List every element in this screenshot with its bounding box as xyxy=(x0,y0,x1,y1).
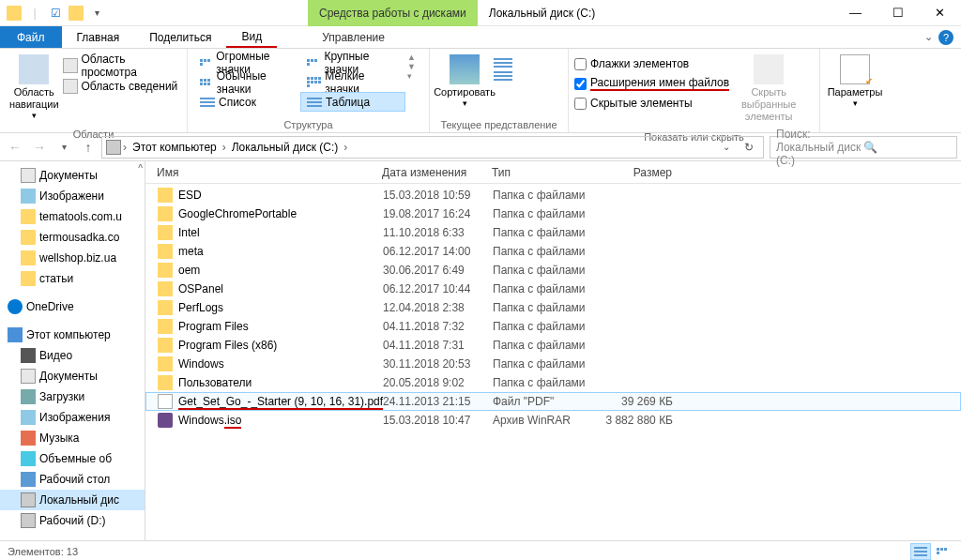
layout-small-icons[interactable]: Мелкие значки xyxy=(300,72,405,92)
table-row[interactable]: Intel11.10.2018 6:33Папка с файлами xyxy=(145,223,961,242)
table-row[interactable]: Windows.iso15.03.2018 10:47Архив WinRAR3… xyxy=(145,411,961,430)
table-row[interactable]: oem30.06.2017 6:49Папка с файлами xyxy=(145,261,961,280)
tree-item[interactable]: OneDrive xyxy=(0,296,145,317)
minimize-button[interactable]: — xyxy=(834,0,877,26)
col-type[interactable]: Тип xyxy=(492,166,597,179)
address-history-icon[interactable]: ⌄ xyxy=(716,142,737,152)
qat-newfolder-icon[interactable] xyxy=(66,3,86,23)
table-row[interactable]: Get_Set_Go_-_Starter (9, 10, 16, 31).pdf… xyxy=(145,392,961,411)
tree-item[interactable]: Этот компьютер xyxy=(0,325,145,345)
tree-scroll-up-icon[interactable]: ^ xyxy=(138,163,143,174)
table-row[interactable]: Пользователи20.05.2018 9:02Папка с файла… xyxy=(145,373,961,392)
breadcrumb-sep-icon[interactable]: › xyxy=(222,141,226,154)
tree-item[interactable]: статьи xyxy=(0,268,145,289)
file-icon xyxy=(158,281,173,296)
search-icon: 🔍 xyxy=(863,141,951,154)
sort-button[interactable]: Сортировать▾ xyxy=(435,53,494,111)
app-icon[interactable] xyxy=(4,3,24,23)
help-icon[interactable]: ? xyxy=(938,30,953,45)
search-box[interactable]: Поиск: Локальный диск (C:) 🔍 xyxy=(770,136,957,159)
tree-item[interactable]: Документы xyxy=(0,165,145,186)
tree-item[interactable]: Музыка xyxy=(0,428,145,448)
layout-scroll-down-icon[interactable]: ▼ xyxy=(407,62,416,71)
qat-props-icon[interactable]: ☑ xyxy=(45,3,66,23)
tree-item[interactable]: Рабочий (D:) xyxy=(0,510,145,531)
nav-pane-button[interactable]: Область навигации▾ xyxy=(6,53,63,123)
back-button[interactable]: ← xyxy=(4,136,26,159)
manage-tab[interactable]: Управление xyxy=(307,26,400,48)
addcol-icon[interactable] xyxy=(494,58,512,68)
share-tab[interactable]: Поделиться xyxy=(134,26,226,48)
details-pane-button[interactable]: Область сведений xyxy=(63,77,181,96)
tree-item-label: Документы xyxy=(39,169,98,182)
ribbon-collapse-icon[interactable]: ⌄ xyxy=(924,31,933,43)
tree-item-label: tematools.com.u xyxy=(39,210,122,223)
tree-item[interactable]: Рабочий стол xyxy=(0,469,145,490)
view-icons-button[interactable] xyxy=(933,543,953,560)
tree-item[interactable]: Загрузки xyxy=(0,386,145,407)
hide-selected-button[interactable]: Скрыть выбранные элементы xyxy=(729,53,808,126)
maximize-button[interactable]: ☐ xyxy=(877,0,919,26)
tree-item[interactable]: Видео xyxy=(0,345,145,366)
breadcrumb-sep-icon[interactable]: › xyxy=(123,141,127,154)
forward-button[interactable]: → xyxy=(28,136,51,159)
refresh-icon[interactable]: ↻ xyxy=(739,141,759,154)
table-row[interactable]: meta06.12.2017 14:00Папка с файлами xyxy=(145,242,961,261)
col-size[interactable]: Размер xyxy=(597,166,691,179)
table-row[interactable]: GoogleChromePortable19.08.2017 16:24Папк… xyxy=(145,204,961,223)
table-row[interactable]: OSPanel06.12.2017 10:44Папка с файлами xyxy=(145,280,961,298)
hidden-items-checkbox[interactable] xyxy=(574,98,587,110)
file-date: 15.03.2018 10:59 xyxy=(383,189,493,202)
tree-item[interactable]: Документы xyxy=(0,366,145,386)
layout-list[interactable]: Список xyxy=(193,92,298,112)
breadcrumb-sep-icon[interactable]: › xyxy=(343,141,347,154)
preview-pane-button[interactable]: Область просмотра xyxy=(63,56,181,75)
tree-item[interactable]: Объемные об xyxy=(0,448,145,469)
tree-item[interactable]: tematools.com.u xyxy=(0,206,145,227)
tree-item[interactable]: Изображени xyxy=(0,186,145,206)
address-bar[interactable]: › Этот компьютер › Локальный диск (C:) ›… xyxy=(101,136,764,159)
column-headers[interactable]: Имя Дата изменения Тип Размер xyxy=(145,161,961,184)
nav-tree[interactable]: ^ ДокументыИзображениtematools.com.uterm… xyxy=(0,161,145,540)
options-button[interactable]: ✔ Параметры▾ xyxy=(826,53,884,111)
tree-item[interactable]: wellshop.biz.ua xyxy=(0,248,145,268)
file-extensions-toggle[interactable]: Расширения имен файлов xyxy=(574,74,729,93)
tree-item[interactable]: Локальный дис xyxy=(0,490,145,510)
item-checkboxes-checkbox[interactable] xyxy=(574,58,587,70)
quick-access-toolbar: | ☑ ▾ xyxy=(0,3,111,23)
file-name: Get_Set_Go_-_Starter (9, 10, 16, 31).pdf xyxy=(178,395,383,408)
up-button[interactable]: ↑ xyxy=(77,136,99,159)
file-tab[interactable]: Файл xyxy=(0,26,62,48)
tree-item-label: OneDrive xyxy=(26,300,74,313)
home-tab[interactable]: Главная xyxy=(62,26,135,48)
tree-item[interactable]: Изображения xyxy=(0,407,145,428)
tree-item[interactable]: termousadka.co xyxy=(0,227,145,248)
table-row[interactable]: Windows30.11.2018 20:53Папка с файлами xyxy=(145,355,961,373)
file-extensions-checkbox[interactable] xyxy=(574,78,587,90)
breadcrumb-this-pc[interactable]: Этот компьютер xyxy=(129,141,221,154)
table-row[interactable]: ESD15.03.2018 10:59Папка с файлами xyxy=(145,186,961,204)
sizecol-icon[interactable] xyxy=(494,71,512,81)
table-row[interactable]: Program Files04.11.2018 7:32Папка с файл… xyxy=(145,317,961,336)
recent-locations-button[interactable]: ▾ xyxy=(53,136,75,159)
table-row[interactable]: PerfLogs12.04.2018 2:38Папка с файлами xyxy=(145,298,961,317)
col-name[interactable]: Имя xyxy=(157,166,382,179)
layout-normal-icons[interactable]: Обычные значки xyxy=(193,72,298,92)
tree-item-icon xyxy=(21,369,36,384)
breadcrumb-drive-c[interactable]: Локальный диск (C:) xyxy=(228,141,343,154)
file-type: Папка с файлами xyxy=(493,320,598,333)
view-tab[interactable]: Вид xyxy=(226,26,277,48)
col-date[interactable]: Дата изменения xyxy=(382,166,492,179)
view-details-button[interactable] xyxy=(910,543,931,560)
layout-more-icon[interactable]: ▾ xyxy=(407,71,416,81)
item-checkboxes-toggle[interactable]: Флажки элементов xyxy=(574,54,729,73)
hidden-items-toggle[interactable]: Скрытые элементы xyxy=(574,94,729,113)
qat-customize-icon[interactable]: ▾ xyxy=(86,3,107,23)
layout-scroll-up-icon[interactable]: ▲ xyxy=(407,53,416,62)
layout-table[interactable]: Таблица xyxy=(300,92,405,112)
list-icon xyxy=(200,98,215,107)
close-button[interactable]: ✕ xyxy=(919,0,961,26)
table-row[interactable]: Program Files (x86)04.11.2018 7:31Папка … xyxy=(145,336,961,355)
tree-item-icon xyxy=(21,209,36,224)
tree-item-label: Рабочий стол xyxy=(39,473,110,486)
